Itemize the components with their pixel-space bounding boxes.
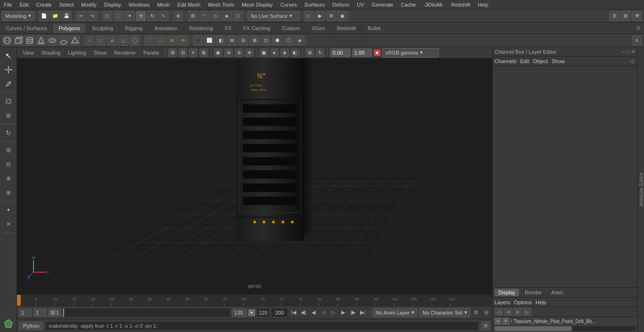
ch-toggle-icon[interactable]: ◁ bbox=[628, 57, 636, 65]
layer-row[interactable]: V P / Titanium_Nitride_Pilot_Point_Drill… bbox=[493, 317, 637, 325]
poly-cube-btn[interactable] bbox=[13, 35, 24, 46]
right-panel-expand-icon[interactable]: □ bbox=[627, 49, 630, 55]
tab-redshift[interactable]: Redshift bbox=[331, 24, 362, 33]
bridge-btn[interactable]: ⬜ bbox=[204, 35, 215, 46]
collapse-btn[interactable]: ◈ bbox=[295, 35, 305, 46]
menu-deform[interactable]: Deform bbox=[329, 1, 353, 8]
end-frame-field1[interactable]: 120 bbox=[232, 308, 247, 317]
anim-layer-dropdown[interactable]: No Anim Layer ▾ bbox=[372, 308, 418, 317]
timeline-ruler[interactable]: 1 5 10 15 20 25 30 35 bbox=[17, 294, 492, 306]
attribute-editor-tab[interactable]: Attribute Editor bbox=[637, 47, 644, 332]
create-poly-btn[interactable]: ✦ bbox=[2, 203, 15, 217]
command-line[interactable]: makeIdentity -apply true -t 1 -r 1 -s 1 … bbox=[45, 321, 479, 331]
mirror-btn[interactable]: ⊟ bbox=[2, 158, 15, 171]
tab-xgen[interactable]: XGen bbox=[306, 24, 331, 33]
menu-surfaces[interactable]: Surfaces bbox=[301, 1, 329, 8]
split-btn[interactable]: ⊟ bbox=[238, 35, 248, 46]
fps-field[interactable]: 200 bbox=[271, 308, 288, 317]
bevel-btn[interactable]: ◧ bbox=[215, 35, 226, 46]
menu-cache[interactable]: Cache bbox=[397, 1, 420, 8]
tab-curves-surfaces[interactable]: Curves / Surfaces bbox=[0, 24, 53, 33]
right-panel-x-icon[interactable]: ✕ bbox=[631, 49, 636, 55]
paint-btn[interactable] bbox=[2, 77, 15, 90]
multi-cut-btn[interactable]: ✕ bbox=[2, 218, 15, 231]
universal-manip-button[interactable]: ⊕ bbox=[173, 11, 183, 21]
anim-settings-btn[interactable]: ⚙ bbox=[472, 308, 480, 317]
skip-back-btn[interactable]: |◀ bbox=[289, 308, 298, 317]
bezier-curve-btn[interactable]: ≋ bbox=[167, 35, 177, 46]
live-surface-dropdown[interactable]: No Live Surface ▾ bbox=[248, 11, 299, 21]
color-space-dropdown[interactable]: sRGB gamma ▾ bbox=[382, 48, 439, 57]
scale-tool-button[interactable]: ⤡ bbox=[158, 11, 169, 21]
insert-loop-btn[interactable]: ⊠ bbox=[249, 35, 260, 46]
layer-nav-fwd2-btn[interactable]: ⊳ bbox=[513, 308, 522, 316]
viewport-show-btn[interactable]: Show bbox=[91, 49, 110, 57]
layer-scrollbar-thumb[interactable] bbox=[495, 326, 572, 331]
shelf-settings-btn[interactable]: ≡ bbox=[632, 35, 642, 46]
poly-torus-btn[interactable] bbox=[47, 35, 58, 46]
poly-sphere-btn[interactable] bbox=[2, 35, 12, 46]
python-tab[interactable]: Python bbox=[19, 322, 43, 330]
menu-windows[interactable]: Windows bbox=[125, 1, 154, 8]
snap-curve-button[interactable]: ◠ bbox=[199, 11, 209, 21]
new-scene-button[interactable]: 📄 bbox=[39, 11, 49, 21]
prev-key-btn[interactable]: ◀| bbox=[299, 308, 308, 317]
snap-grid-button[interactable]: ⊞ bbox=[188, 11, 198, 21]
layer-pickable-toggle[interactable]: P bbox=[503, 318, 509, 324]
vt-icon7[interactable]: ⊚ bbox=[235, 49, 243, 57]
layers-menu[interactable]: Layers bbox=[495, 300, 510, 305]
tab-sculpting[interactable]: Sculpting bbox=[86, 24, 119, 33]
poly-cylinder-btn[interactable] bbox=[25, 35, 35, 46]
tab-rendering[interactable]: Rendering bbox=[183, 24, 219, 33]
unknown-btn1[interactable]: ⊕ bbox=[2, 172, 15, 185]
play-back-btn[interactable]: ◁ bbox=[319, 308, 328, 317]
channels-menu-item[interactable]: Channels bbox=[495, 58, 516, 64]
snap-view-button[interactable]: ◈ bbox=[222, 11, 232, 21]
menu-mesh-display[interactable]: Mesh Display bbox=[238, 1, 277, 8]
vt-icon8[interactable]: ⊕ bbox=[245, 49, 254, 57]
play-fwd-btn[interactable]: ▷ bbox=[329, 308, 338, 317]
quick-layout-btn[interactable] bbox=[2, 317, 15, 330]
tab-rigging[interactable]: Rigging bbox=[119, 24, 149, 33]
vt-icon2[interactable]: ⊟ bbox=[179, 49, 187, 57]
render-btn1[interactable]: ▷ bbox=[304, 11, 314, 21]
select-tool-button[interactable]: ◻ bbox=[102, 11, 112, 21]
attr-editor-btn[interactable]: ⊞ bbox=[620, 11, 631, 21]
char-set-dropdown[interactable]: No Character Set ▾ bbox=[419, 308, 471, 317]
current-frame-field3[interactable]: 1 bbox=[48, 308, 61, 317]
make-live-button[interactable]: ⬡ bbox=[233, 11, 243, 21]
viewport-view-btn[interactable]: View bbox=[20, 49, 37, 57]
fill-hole-btn[interactable]: ⬡ bbox=[283, 35, 294, 46]
tab-custom[interactable]: Custom bbox=[277, 24, 306, 33]
timeline-scrubber[interactable] bbox=[63, 308, 231, 317]
viewport[interactable]: ½" (12.7mm) DRILL BITS bbox=[17, 58, 492, 294]
menu-uv[interactable]: UV bbox=[353, 1, 368, 8]
smooth-btn[interactable]: ● bbox=[270, 49, 279, 57]
field4-btn[interactable]: ■ bbox=[248, 309, 255, 316]
workspace-dropdown[interactable]: Modeling ▾ bbox=[2, 11, 34, 21]
render-btn3[interactable]: ⚙ bbox=[326, 11, 337, 21]
edit-menu-item[interactable]: Edit bbox=[520, 58, 529, 64]
viewport-lighting-btn[interactable]: Lighting bbox=[65, 49, 89, 57]
menu-create[interactable]: Create bbox=[33, 1, 56, 8]
paint-select-button[interactable]: ✦ bbox=[124, 11, 135, 21]
help-menu[interactable]: Help bbox=[536, 300, 546, 305]
snap-to-grid-btn[interactable]: ⊞ bbox=[2, 144, 15, 157]
layer-visibility-toggle[interactable]: V bbox=[495, 318, 501, 324]
move-tool-button[interactable]: ✛ bbox=[136, 11, 146, 21]
options-menu[interactable]: Options bbox=[514, 300, 532, 305]
layer-nav-back2-btn[interactable]: ⊲ bbox=[504, 308, 512, 316]
render-btn4[interactable]: ◉ bbox=[338, 11, 348, 21]
nurbs-cube-btn[interactable]: □ bbox=[96, 35, 106, 46]
right-panel-close-icon[interactable]: ─ bbox=[621, 49, 626, 55]
soft-select-btn[interactable] bbox=[2, 95, 15, 108]
nurbs-cone-btn[interactable]: △ bbox=[118, 35, 129, 46]
menu-generate[interactable]: Generate bbox=[368, 1, 397, 8]
tab-animation[interactable]: Animation bbox=[149, 24, 183, 33]
viewport-shading-btn[interactable]: Shading bbox=[39, 49, 63, 57]
open-scene-button[interactable]: 📁 bbox=[50, 11, 60, 21]
vt-icon5[interactable]: ◉ bbox=[214, 49, 223, 57]
end-frame-field2[interactable]: 120 bbox=[256, 308, 270, 317]
vt-icon1[interactable]: ⊞ bbox=[168, 49, 177, 57]
menu-edit[interactable]: Edit bbox=[16, 1, 33, 8]
